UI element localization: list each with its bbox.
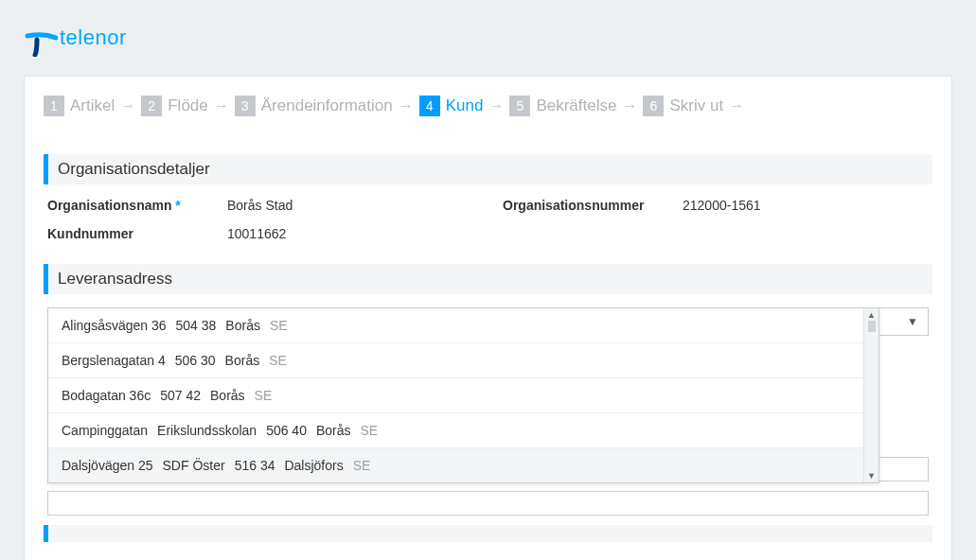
section-header-org: Organisationsdetaljer — [44, 154, 932, 184]
org-fields: Organisationsnamn * Borås Stad Organisat… — [44, 198, 932, 254]
dropdown-scrollbar[interactable]: ▲ ▼ — [863, 308, 878, 482]
chevron-down-icon: ▼ — [907, 315, 918, 328]
wizard-step-5[interactable]: 5 Bekräftelse — [509, 96, 616, 116]
org-name-value: Borås Stad — [227, 198, 473, 213]
wizard-step-4-label: Kund — [446, 96, 484, 115]
wizard-step-1[interactable]: 1 Artikel — [44, 96, 115, 116]
cust-number-label: Kundnummer — [47, 226, 227, 241]
wizard-step-6[interactable]: 6 Skriv ut — [643, 96, 723, 116]
wizard-step-5-label: Bekräftelse — [536, 96, 616, 115]
wizard-steps: 1 Artikel → 2 Flöde → 3 Ärendeinformatio… — [44, 96, 932, 116]
main-card: 1 Artikel → 2 Flöde → 3 Ärendeinformatio… — [24, 76, 952, 560]
wizard-step-5-num: 5 — [509, 96, 530, 116]
section-header-contact — [44, 525, 932, 542]
delivery-address-dropdown[interactable]: ▼ Alingsåsvägen 36504 38BoråsSE Bergslen… — [47, 307, 929, 336]
wizard-step-2-label: Flöde — [168, 96, 208, 115]
wizard-step-4[interactable]: 4 Kund — [419, 96, 484, 116]
address-option[interactable]: Alingsåsvägen 36504 38BoråsSE — [48, 308, 878, 343]
dropdown-panel: Alingsåsvägen 36504 38BoråsSE Bergslenag… — [47, 307, 879, 483]
wizard-step-6-label: Skriv ut — [669, 96, 723, 115]
telenor-logo-icon — [24, 19, 58, 57]
scroll-up-icon[interactable]: ▲ — [864, 308, 878, 322]
brand-name: telenor — [60, 26, 127, 50]
arrow-icon: → — [399, 97, 414, 114]
wizard-step-4-num: 4 — [419, 96, 440, 116]
wizard-step-3-label: Ärendeinformation — [261, 96, 393, 115]
org-number-label: Organisationsnummer — [503, 198, 683, 213]
address-option[interactable]: Bodagatan 36c507 42BoråsSE — [48, 378, 878, 413]
arrow-icon: → — [214, 97, 229, 114]
wizard-step-2-num: 2 — [141, 96, 162, 116]
brand-logo: telenor — [24, 19, 952, 57]
address-option[interactable]: Dalsjövägen 25SDF Öster516 34DalsjöforsS… — [48, 448, 878, 482]
cust-number-value: 10011662 — [227, 226, 473, 241]
wizard-step-1-label: Artikel — [70, 96, 115, 115]
address-option[interactable]: Bergslenagatan 4506 30BoråsSE — [48, 343, 878, 378]
org-number-value: 212000-1561 — [683, 198, 929, 213]
arrow-icon: → — [120, 97, 135, 114]
wizard-step-2[interactable]: 2 Flöde — [141, 96, 208, 116]
wizard-step-1-num: 1 — [44, 96, 64, 116]
scroll-thumb[interactable] — [868, 321, 876, 332]
delivery-extra-input-2[interactable] — [47, 491, 929, 516]
org-name-label: Organisationsnamn * — [47, 198, 227, 213]
arrow-icon: → — [729, 97, 744, 114]
wizard-step-3-num: 3 — [235, 96, 256, 116]
scroll-down-icon[interactable]: ▼ — [864, 469, 878, 482]
arrow-icon: → — [488, 97, 504, 114]
arrow-icon: → — [622, 97, 637, 114]
address-option[interactable]: CampinggatanErikslundsskolan506 40BoråsS… — [48, 413, 878, 448]
wizard-step-6-num: 6 — [643, 96, 664, 116]
wizard-step-3[interactable]: 3 Ärendeinformation — [235, 96, 393, 116]
section-header-delivery: Leveransadress — [44, 264, 932, 294]
